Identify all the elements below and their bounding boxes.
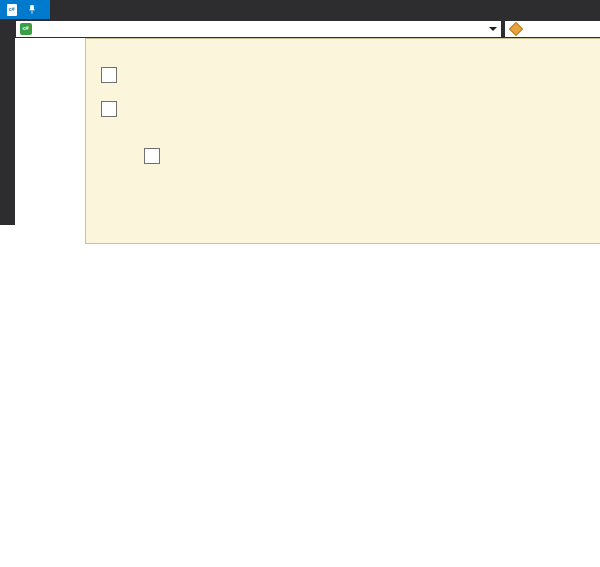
document-tab-bar: c#: [0, 0, 600, 19]
spacer: [0, 244, 600, 252]
project-dropdown[interactable]: c#: [16, 21, 501, 37]
breakpoint-settings-panel: [85, 38, 600, 244]
editor-navigation-bar: c#: [15, 19, 600, 38]
pin-icon[interactable]: [27, 4, 37, 15]
visual-studio-window: c# c#: [0, 0, 600, 567]
type-dropdown[interactable]: [505, 21, 600, 37]
conditions-checkbox[interactable]: [101, 67, 117, 83]
dropdown-arrow-icon: [489, 27, 497, 31]
class-icon: [509, 21, 523, 35]
csharp-file-icon: c#: [7, 4, 17, 16]
continue-execution-checkbox[interactable]: [144, 148, 160, 164]
tab-class1-cs[interactable]: c#: [0, 0, 50, 19]
side-tool-tabs: [0, 19, 15, 225]
csharp-project-icon: c#: [20, 23, 32, 35]
actions-checkbox[interactable]: [101, 101, 117, 117]
code-editor[interactable]: [0, 38, 600, 567]
